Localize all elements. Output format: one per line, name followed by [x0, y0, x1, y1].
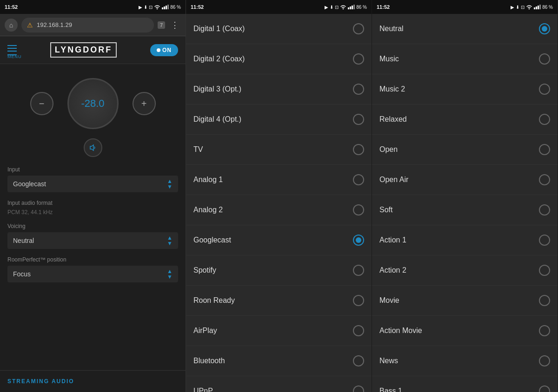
volume-display: -28.0: [67, 78, 119, 129]
input-list-item[interactable]: TV: [186, 135, 372, 165]
audio-format-value: PCM 32, 44.1 kHz: [7, 209, 178, 216]
voicing-radio-9: [539, 295, 550, 306]
wifi-icon-3: [526, 4, 532, 10]
input-list-item[interactable]: Analog 2: [186, 195, 372, 225]
voicing-list-item[interactable]: Music 2: [372, 74, 558, 105]
minus-icon: −: [39, 98, 45, 109]
url-text: 192.168.1.29: [37, 21, 148, 28]
voicing-item-label: Movie: [379, 296, 399, 305]
voicing-list-item[interactable]: Bass 1: [372, 376, 558, 392]
signal-bars-2: [348, 5, 355, 9]
address-box[interactable]: ⚠ 192.168.1.29: [21, 18, 154, 33]
input-list-item[interactable]: AirPlay: [186, 316, 372, 346]
voicing-item-label: Open: [379, 145, 398, 154]
volume-up-button[interactable]: +: [133, 92, 156, 115]
voicing-radio-1: [539, 53, 550, 65]
voicing-list-item[interactable]: Relaxed: [372, 105, 558, 135]
roomperfect-value: Focus: [13, 270, 31, 278]
radio-9: [353, 295, 364, 306]
input-item-label: Roon Ready: [193, 296, 235, 305]
screenshot-icon: ⊡: [149, 5, 153, 10]
input-item-label: Analog 2: [193, 206, 223, 214]
voicing-radio-3: [539, 114, 550, 125]
status-time-3: 11:52: [377, 4, 390, 10]
voicing-item-label: Music: [379, 55, 399, 63]
controls-section: Input Googlecast ▲ ▼ Input audio format …: [0, 166, 186, 370]
app-container: 11:52 ▶ ⬇ ⊡: [0, 0, 558, 392]
volume-value: -28.0: [81, 98, 104, 110]
voicing-list-item[interactable]: Action 1: [372, 225, 558, 255]
home-icon[interactable]: ⌂: [5, 19, 18, 32]
input-item-label: Digital 4 (Opt.): [193, 115, 241, 124]
input-list-item[interactable]: UPnP: [186, 376, 372, 392]
voicing-list-item[interactable]: Music: [372, 44, 558, 74]
status-time-1: 11:52: [5, 4, 18, 10]
menu-label: MENU: [7, 54, 17, 55]
voicing-radio-6: [539, 204, 550, 216]
voicing-list-item[interactable]: Open: [372, 135, 558, 165]
input-list-item[interactable]: Bluetooth: [186, 346, 372, 376]
radio-1: [353, 53, 364, 65]
radio-0: [353, 23, 364, 34]
voicing-list-item[interactable]: Soft: [372, 195, 558, 225]
screenshot-icon-3: ⊡: [521, 5, 525, 10]
voicing-list-item[interactable]: Action Movie: [372, 316, 558, 346]
wifi-icon: [154, 4, 160, 10]
svg-point-1: [343, 8, 344, 9]
browser-menu-icon[interactable]: ⋮: [169, 18, 181, 32]
mute-button[interactable]: [84, 138, 102, 157]
input-list-item[interactable]: Analog 1: [186, 165, 372, 195]
voicing-radio-5: [539, 174, 550, 185]
input-list-item[interactable]: Roon Ready: [186, 286, 372, 316]
warning-icon: ⚠: [27, 21, 33, 29]
radio-8: [353, 265, 364, 276]
voicing-item-label: Action 1: [379, 236, 406, 244]
input-list-item[interactable]: Spotify: [186, 255, 372, 286]
voicing-list-item[interactable]: News: [372, 346, 558, 376]
speaker-icon: [89, 144, 97, 152]
voicing-list-item[interactable]: Action 2: [372, 255, 558, 286]
power-dot: [157, 48, 160, 52]
notification-icon: ▶: [139, 5, 142, 10]
voicing-radio-2: [539, 84, 550, 95]
input-list-item[interactable]: Digital 1 (Coax): [186, 14, 372, 44]
voicing-select[interactable]: Neutral ▲ ▼: [7, 232, 178, 249]
input-group: Input Googlecast ▲ ▼: [7, 166, 178, 192]
voicing-item-label: Soft: [379, 206, 392, 214]
power-button[interactable]: ON: [150, 44, 178, 56]
input-list-item[interactable]: Googlecast: [186, 225, 372, 255]
voicing-list-item[interactable]: Movie: [372, 286, 558, 316]
volume-section: − -28.0 +: [0, 64, 186, 138]
power-label: ON: [162, 47, 172, 53]
menu-button[interactable]: MENU: [7, 45, 17, 55]
voicing-list-item[interactable]: Neutral: [372, 14, 558, 44]
input-item-label: TV: [193, 145, 203, 154]
volume-down-button[interactable]: −: [30, 92, 53, 115]
status-icons-1: ▶ ⬇ ⊡ 86 %: [139, 4, 181, 10]
voicing-item-label: Open Air: [379, 176, 408, 184]
tab-count[interactable]: 7: [158, 21, 165, 29]
battery-text-3: 86 %: [542, 5, 553, 10]
input-list-item[interactable]: Digital 4 (Opt.): [186, 105, 372, 135]
voicing-item-label: Relaxed: [379, 115, 407, 124]
voicing-radio-0: [539, 23, 550, 34]
plus-icon: +: [141, 98, 147, 109]
voicing-list-item[interactable]: Open Air: [372, 165, 558, 195]
input-list-item[interactable]: Digital 3 (Opt.): [186, 74, 372, 105]
signal-bars-3: [534, 5, 541, 9]
input-list-item[interactable]: Digital 2 (Coax): [186, 44, 372, 74]
voicing-label: Voicing: [7, 223, 178, 229]
radio-2: [353, 84, 364, 95]
roomperfect-label: RoomPerfect™ position: [7, 256, 178, 263]
status-time-2: 11:52: [191, 4, 204, 10]
input-item-label: Digital 1 (Coax): [193, 25, 245, 33]
voicing-item-label: Action Movie: [379, 327, 422, 335]
input-select[interactable]: Googlecast ▲ ▼: [7, 176, 178, 192]
roomperfect-select[interactable]: Focus ▲ ▼: [7, 266, 178, 282]
radio-3: [353, 114, 364, 125]
voicing-radio-11: [539, 355, 550, 366]
notification-icon-3: ▶: [511, 5, 514, 10]
input-item-label: Spotify: [193, 266, 216, 274]
arrow-down-icon: ▼: [167, 184, 173, 189]
battery-text-2: 86 %: [356, 5, 367, 10]
